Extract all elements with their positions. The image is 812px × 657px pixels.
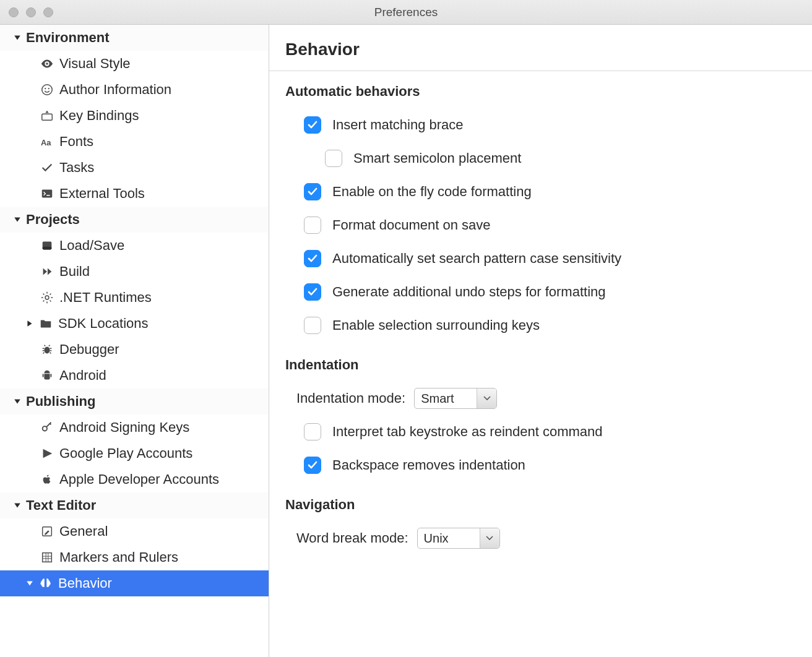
- android-icon: [40, 369, 54, 382]
- sidebar-item[interactable]: Android: [0, 363, 269, 389]
- sidebar-item[interactable]: Tasks: [0, 155, 269, 181]
- sidebar-category[interactable]: Projects: [0, 207, 269, 233]
- smiley-icon: [40, 83, 54, 97]
- option-row: Backspace removes indentation: [285, 449, 796, 482]
- sidebar-item[interactable]: Author Information: [0, 77, 269, 103]
- sidebar-category-label: Projects: [26, 212, 80, 228]
- sidebar-item-label: Behavior: [58, 575, 112, 591]
- svg-rect-11: [43, 374, 44, 377]
- titlebar: Preferences: [0, 0, 812, 25]
- preferences-content: Behavior Automatic behaviors Insert matc…: [269, 25, 812, 657]
- sidebar-item[interactable]: Markers and Rulers: [0, 544, 269, 570]
- gear-outline-icon: [40, 291, 54, 304]
- sidebar-item-label: Markers and Rulers: [59, 549, 178, 565]
- option-row: Enable on the fly code formatting: [285, 175, 796, 208]
- disclosure-down-icon: [12, 33, 22, 43]
- sidebar-item[interactable]: Google Play Accounts: [0, 440, 269, 466]
- disclosure-down-icon: [12, 397, 22, 406]
- sidebar-item-label: Author Information: [59, 82, 171, 98]
- sidebar-item-label: Google Play Accounts: [59, 445, 192, 462]
- disclosure-down-icon: [12, 500, 22, 510]
- sidebar-item-label: Debugger: [59, 341, 119, 358]
- ruler-grid-icon: [40, 551, 54, 564]
- play-ff-icon: [40, 265, 54, 278]
- option-label: Insert matching brace: [332, 117, 464, 133]
- close-window-button[interactable]: [9, 7, 19, 17]
- svg-point-1: [42, 85, 53, 95]
- sidebar-item[interactable]: External Tools: [0, 181, 269, 207]
- checkbox-undo-steps[interactable]: [304, 283, 321, 301]
- sidebar-item[interactable]: Load/Save: [0, 233, 269, 259]
- sidebar-item-label: Apple Developer Accounts: [59, 471, 219, 487]
- indentation-mode-select[interactable]: Smart: [414, 388, 497, 409]
- sidebar-item-label: SDK Locations: [58, 316, 149, 332]
- option-row: Smart semicolon placement: [285, 142, 796, 175]
- terminal-icon: [40, 187, 54, 200]
- option-label: Enable selection surrounding keys: [332, 317, 540, 333]
- svg-rect-6: [42, 190, 53, 198]
- folder-icon: [38, 317, 53, 330]
- svg-rect-8: [43, 247, 52, 250]
- indentation-mode-value: Smart: [415, 389, 477, 408]
- option-row: Automatically set search pattern case se…: [285, 242, 796, 275]
- checkbox-surround-keys[interactable]: [304, 317, 321, 334]
- play-triangle-icon: [40, 447, 54, 460]
- window-controls: [0, 7, 53, 17]
- section-navigation: Navigation Word break mode: Unix: [269, 484, 812, 557]
- preferences-sidebar[interactable]: EnvironmentVisual StyleAuthor Informatio…: [0, 25, 269, 657]
- apple-icon: [40, 473, 54, 486]
- sidebar-category[interactable]: Publishing: [0, 389, 269, 414]
- chevron-down-icon: [480, 528, 499, 548]
- disk-icon: [40, 239, 54, 252]
- svg-point-2: [45, 88, 46, 89]
- sidebar-item-label: General: [59, 523, 108, 539]
- indentation-mode-label: Indentation mode:: [296, 390, 405, 406]
- section-indentation: Indentation Indentation mode: Smart Inte…: [269, 345, 812, 484]
- navigation-heading: Navigation: [285, 497, 796, 513]
- sidebar-item-label: Visual Style: [59, 56, 131, 72]
- key-icon: [40, 421, 54, 434]
- checkbox-tab-reindent[interactable]: [304, 423, 321, 440]
- checkbox-smart-semicolon[interactable]: [325, 150, 342, 167]
- option-label: Smart semicolon placement: [353, 150, 521, 166]
- option-label: Automatically set search pattern case se…: [332, 251, 621, 267]
- checkbox-format-on-save[interactable]: [304, 217, 321, 234]
- svg-point-3: [48, 88, 50, 89]
- sidebar-item[interactable]: Build: [0, 259, 269, 285]
- zoom-window-button[interactable]: [43, 7, 53, 17]
- sidebar-item-label: Android: [59, 367, 106, 384]
- sidebar-item[interactable]: Key Bindings: [0, 103, 269, 129]
- word-break-mode-select[interactable]: Unix: [417, 528, 500, 549]
- option-row: Enable selection surrounding keys: [285, 309, 796, 342]
- sidebar-item[interactable]: Android Signing Keys: [0, 414, 269, 440]
- checkbox-bs-remove-indent[interactable]: [304, 457, 321, 474]
- option-label: Interpret tab keystroke as reindent comm…: [332, 424, 603, 440]
- sidebar-item-label: Load/Save: [59, 238, 124, 254]
- sidebar-category[interactable]: Text Editor: [0, 492, 269, 518]
- checkbox-search-case[interactable]: [304, 250, 321, 267]
- svg-point-13: [43, 426, 47, 431]
- minimize-window-button[interactable]: [26, 7, 36, 17]
- keyboard-up-icon: [40, 109, 54, 122]
- sidebar-item[interactable]: General: [0, 518, 269, 544]
- word-break-mode-value: Unix: [418, 528, 480, 548]
- checkbox-fly-formatting[interactable]: [304, 183, 321, 200]
- sidebar-item[interactable]: Visual Style: [0, 51, 269, 77]
- sidebar-item[interactable]: Behavior: [0, 570, 269, 596]
- checkbox-insert-matching-brace[interactable]: [304, 116, 321, 134]
- sidebar-item[interactable]: .NET Runtimes: [0, 285, 269, 311]
- sidebar-item[interactable]: SDK Locations: [0, 311, 269, 337]
- chevron-down-icon: [477, 389, 496, 408]
- sidebar-item-label: Key Bindings: [59, 108, 139, 124]
- sidebar-item[interactable]: Debugger: [0, 337, 269, 363]
- sidebar-item[interactable]: Apple Developer Accounts: [0, 466, 269, 492]
- disclosure-down-icon: [12, 215, 22, 225]
- sidebar-item[interactable]: AaFonts: [0, 129, 269, 155]
- option-label: Format document on save: [332, 217, 491, 233]
- svg-rect-4: [42, 114, 53, 120]
- word-break-mode-label: Word break mode:: [296, 530, 408, 546]
- disclosure-right-icon: [25, 319, 35, 328]
- sidebar-category[interactable]: Environment: [0, 25, 269, 51]
- svg-rect-15: [43, 553, 52, 562]
- sidebar-item-label: Tasks: [59, 160, 94, 176]
